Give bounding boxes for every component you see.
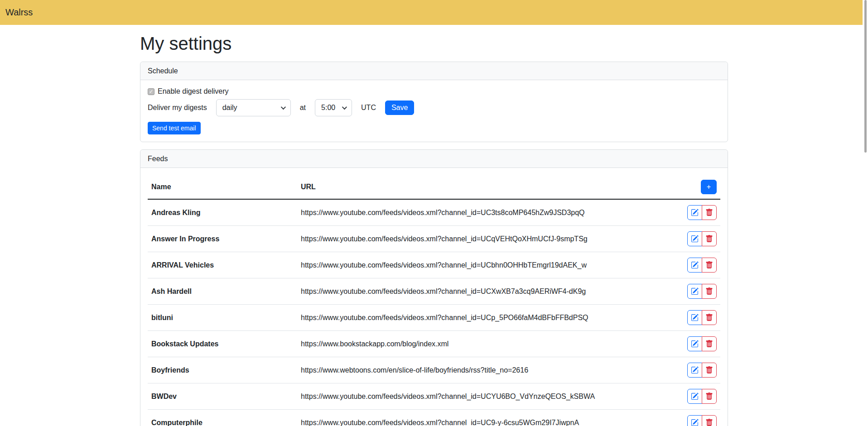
feed-row-actions bbox=[667, 410, 720, 426]
feed-actions-group bbox=[687, 389, 717, 404]
trash-icon bbox=[705, 261, 713, 269]
pencil-square-icon bbox=[691, 314, 699, 321]
time-select[interactable]: 5:00 bbox=[315, 99, 352, 116]
enable-digest-checkbox[interactable]: ✓ bbox=[148, 88, 154, 95]
feeds-table-header-row: Name URL + bbox=[148, 175, 720, 199]
delete-feed-button[interactable] bbox=[702, 284, 717, 299]
edit-feed-button[interactable] bbox=[687, 310, 702, 325]
edit-feed-button[interactable] bbox=[687, 415, 702, 426]
scrollbar-thumb[interactable] bbox=[864, 0, 867, 153]
delete-feed-button[interactable] bbox=[702, 389, 717, 404]
delete-feed-button[interactable] bbox=[702, 363, 717, 378]
feed-url: https://www.youtube.com/feeds/videos.xml… bbox=[297, 226, 667, 252]
feed-row-actions bbox=[667, 226, 720, 252]
feed-url: https://www.youtube.com/feeds/videos.xml… bbox=[297, 410, 667, 426]
delivery-form-row: Deliver my digests daily at 5:00 UTC Sav… bbox=[148, 99, 720, 116]
trash-icon bbox=[705, 209, 713, 216]
delete-feed-button[interactable] bbox=[702, 258, 717, 273]
chevron-down-icon bbox=[342, 105, 347, 110]
edit-feed-button[interactable] bbox=[687, 231, 702, 246]
feed-actions-group bbox=[687, 258, 717, 273]
trash-icon bbox=[705, 287, 713, 295]
pencil-square-icon bbox=[691, 340, 699, 348]
pencil-square-icon bbox=[691, 366, 699, 374]
trash-icon bbox=[705, 366, 713, 374]
time-selected-value: 5:00 bbox=[321, 104, 335, 112]
feed-url: https://www.youtube.com/feeds/videos.xml… bbox=[297, 383, 667, 410]
table-row: Andreas Kling https://www.youtube.com/fe… bbox=[148, 199, 720, 226]
feed-url: https://www.youtube.com/feeds/videos.xml… bbox=[297, 252, 667, 278]
table-row: Ash Hardell https://www.youtube.com/feed… bbox=[148, 278, 720, 305]
deliver-digests-label: Deliver my digests bbox=[148, 104, 207, 112]
feed-row-actions bbox=[667, 305, 720, 331]
feed-name: Boyfriends bbox=[148, 357, 297, 383]
feed-url: https://www.youtube.com/feeds/videos.xml… bbox=[297, 199, 667, 226]
delete-feed-button[interactable] bbox=[702, 415, 717, 426]
feed-url: https://www.youtube.com/feeds/videos.xml… bbox=[297, 305, 667, 331]
feed-name: Bookstack Updates bbox=[148, 331, 297, 357]
feed-row-actions bbox=[667, 199, 720, 226]
feed-name: Answer In Progress bbox=[148, 226, 297, 252]
feed-actions-group bbox=[687, 231, 717, 246]
schedule-card-header: Schedule bbox=[140, 62, 728, 80]
pencil-square-icon bbox=[691, 392, 699, 400]
feed-row-actions bbox=[667, 357, 720, 383]
feeds-card-body: Name URL + Andreas Kling https://www.you… bbox=[140, 168, 728, 426]
edit-feed-button[interactable] bbox=[687, 389, 702, 404]
feed-row-actions bbox=[667, 383, 720, 410]
add-feed-button[interactable]: + bbox=[701, 180, 717, 194]
table-row: ARRIVAL Vehicles https://www.youtube.com… bbox=[148, 252, 720, 278]
edit-feed-button[interactable] bbox=[687, 258, 702, 273]
check-icon: ✓ bbox=[149, 89, 153, 94]
feed-name: Computerphile bbox=[148, 410, 297, 426]
edit-feed-button[interactable] bbox=[687, 363, 702, 378]
brand-link[interactable]: Walrss bbox=[5, 7, 33, 18]
schedule-card-body: ✓ Enable digest delivery Deliver my dige… bbox=[140, 80, 728, 142]
delete-feed-button[interactable] bbox=[702, 310, 717, 325]
column-header-name: Name bbox=[148, 175, 297, 199]
delete-feed-button[interactable] bbox=[702, 231, 717, 246]
send-test-email-button[interactable]: Send test email bbox=[148, 122, 201, 134]
edit-feed-button[interactable] bbox=[687, 284, 702, 299]
table-row: Answer In Progress https://www.youtube.c… bbox=[148, 226, 720, 252]
feed-actions-group bbox=[687, 415, 717, 426]
feed-url: https://www.youtube.com/feeds/videos.xml… bbox=[297, 278, 667, 305]
feed-name: BWDev bbox=[148, 383, 297, 410]
navbar: Walrss bbox=[0, 0, 868, 25]
feed-actions-group bbox=[687, 363, 717, 378]
feed-actions-group bbox=[687, 284, 717, 299]
feed-name: Ash Hardell bbox=[148, 278, 297, 305]
trash-icon bbox=[705, 392, 713, 400]
pencil-square-icon bbox=[691, 419, 699, 426]
save-button[interactable]: Save bbox=[385, 101, 414, 115]
edit-feed-button[interactable] bbox=[687, 205, 702, 220]
enable-digest-row: ✓ Enable digest delivery bbox=[148, 87, 720, 96]
feed-name: bitluni bbox=[148, 305, 297, 331]
table-row: Boyfriends https://www.webtoons.com/en/s… bbox=[148, 357, 720, 383]
delete-feed-button[interactable] bbox=[702, 336, 717, 351]
page-title: My settings bbox=[140, 33, 728, 54]
delete-feed-button[interactable] bbox=[702, 205, 717, 220]
feeds-card: Feeds Name URL + Andreas Kling https://w… bbox=[140, 149, 728, 426]
table-row: BWDev https://www.youtube.com/feeds/vide… bbox=[148, 383, 720, 410]
pencil-square-icon bbox=[691, 235, 699, 243]
chevron-down-icon bbox=[280, 105, 285, 110]
frequency-select[interactable]: daily bbox=[216, 99, 291, 116]
at-label: at bbox=[300, 104, 306, 112]
enable-digest-label[interactable]: Enable digest delivery bbox=[158, 87, 229, 96]
trash-icon bbox=[705, 340, 713, 348]
feed-row-actions bbox=[667, 331, 720, 357]
column-header-actions: + bbox=[667, 175, 720, 199]
feed-name: Andreas Kling bbox=[148, 199, 297, 226]
trash-icon bbox=[705, 419, 713, 426]
edit-feed-button[interactable] bbox=[687, 336, 702, 351]
table-row: Computerphile https://www.youtube.com/fe… bbox=[148, 410, 720, 426]
trash-icon bbox=[705, 314, 713, 321]
feed-url: https://www.bookstackapp.com/blog/index.… bbox=[297, 331, 667, 357]
pencil-square-icon bbox=[691, 287, 699, 295]
feed-row-actions bbox=[667, 278, 720, 305]
feeds-table-body: Andreas Kling https://www.youtube.com/fe… bbox=[148, 199, 720, 426]
feed-name: ARRIVAL Vehicles bbox=[148, 252, 297, 278]
feed-url: https://www.webtoons.com/en/slice-of-lif… bbox=[297, 357, 667, 383]
timezone-label: UTC bbox=[361, 104, 376, 112]
